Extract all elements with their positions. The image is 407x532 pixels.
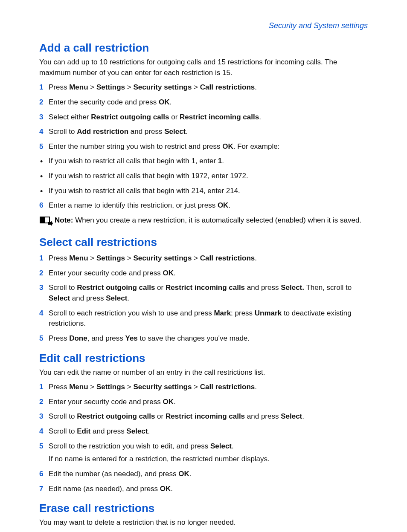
bold-text: OK [163,269,174,277]
step-text: > [192,383,200,391]
step-text: and press [245,283,281,292]
bold-text: Call restrictions [200,83,255,91]
step-text: > [125,383,133,391]
step-text: . [127,294,129,302]
step-item: 5 Press Done, and press Yes to save the … [39,333,368,344]
bold-text: Mark [214,309,231,317]
step-text: or [169,113,180,121]
note-arrow-icon [39,215,55,228]
bold-text: Security settings [133,383,192,391]
bold-text: Security settings [133,254,192,262]
step-text: . [302,412,304,420]
step-number: 6 [39,200,43,211]
step-text: . [174,398,176,406]
step-item: 2 Enter your security code and press OK. [39,268,368,279]
step-text: > [88,83,96,91]
step-number: 3 [39,112,43,123]
bullet-item: If you wish to restrict all calls that b… [39,156,368,167]
step-text: . [169,98,172,106]
step-item: 3 Scroll to Restrict outgoing calls or R… [39,283,368,304]
step-text: Scroll to [49,427,77,435]
heading-add-restriction: Add a call restriction [39,41,368,55]
bold-text: Select [281,412,302,420]
bold-text: Menu [69,254,88,262]
step-item: 4 Scroll to each restriction you wish to… [39,308,368,329]
step-text: Scroll to [49,412,77,420]
bold-text: OK [160,485,171,493]
step-text: . [255,254,257,262]
bold-text: Select [210,442,232,450]
bullet-item: If you wish to restrict all calls that b… [39,186,368,197]
step-text: and press [70,294,106,302]
bold-text: Restrict incoming calls [180,113,259,121]
step-text: Press [49,383,69,391]
step-number: 2 [39,397,43,408]
step-text: > [88,383,96,391]
step-number: 1 [39,382,43,393]
step-number: 5 [39,333,43,344]
step-text: > [125,83,133,91]
steps-add-cont: 6 Enter a name to identify this restrict… [39,200,368,211]
step-text: Scroll to the restriction you wish to ed… [49,442,210,450]
bold-text: Call restrictions [200,254,255,262]
step-text: Press [49,254,69,262]
step-item: 7 Edit name (as needed), and press OK. [39,484,368,494]
step-text: and press [90,427,126,435]
bold-text: Menu [69,83,88,91]
bullet-item: If you wish to restrict all calls that b… [39,171,368,182]
bold-text: Call restrictions [200,383,255,391]
step-text: Enter your security code and press [49,398,163,406]
step-item: 5 Scroll to the restriction you wish to … [39,441,368,465]
step-item: 3 Select either Restrict outgoing calls … [39,112,368,123]
step-text: Edit the number (as needed), and press [49,470,178,478]
note-block: Note: When you create a new restriction,… [39,215,368,228]
step-number: 2 [39,268,43,279]
bold-text: Restrict outgoing calls [77,283,155,292]
step-number: 3 [39,283,43,293]
bold-text: OK [159,98,170,106]
bold-text: 1 [218,157,222,165]
step-text: . [189,470,192,478]
bullets-add: If you wish to restrict all calls that b… [39,156,368,196]
step-text: Scroll to [49,283,77,292]
bold-text: Yes [125,334,138,342]
steps-add: 1 Press Menu > Settings > Security setti… [39,82,368,152]
step-item: 5 Enter the number string you wish to re… [39,142,368,152]
step-text: . [255,83,257,91]
step-text: Enter your security code and press [49,269,163,277]
step-text: Enter the number string you wish to rest… [49,142,222,150]
step-number: 4 [39,426,43,437]
step-subtext: If no name is entered for a restriction,… [49,454,368,465]
step-text: Enter a name to identify this restrictio… [49,201,218,209]
bold-text: Select [106,294,127,302]
svg-marker-2 [48,221,53,226]
header-breadcrumb: Security and System settings [39,21,368,30]
step-text: or [155,412,166,420]
svg-rect-1 [40,217,45,223]
heading-select-restrictions: Select call restrictions [39,236,368,249]
steps-edit: 1 Press Menu > Settings > Security setti… [39,382,368,494]
step-text: ; press [231,309,255,317]
step-number: 4 [39,127,43,137]
bold-text: OK [222,142,233,150]
bold-text: Settings [96,254,125,262]
bold-text: Settings [96,383,125,391]
steps-select: 1 Press Menu > Settings > Security setti… [39,253,368,344]
step-text: and press [128,127,164,136]
step-text: Edit name (as needed), and press [49,485,160,493]
bold-text: Settings [96,83,125,91]
intro-edit: You can edit the name or number of an en… [39,367,368,378]
bold-text: Select [164,127,186,136]
step-text: . [186,127,188,136]
step-text: > [125,254,133,262]
step-text: . [232,442,234,450]
step-text: Select either [49,113,91,121]
step-text: . [171,485,173,493]
step-number: 3 [39,411,43,422]
step-item: 1 Press Menu > Settings > Security setti… [39,82,368,93]
bold-text: OK [218,201,229,209]
bold-text: Restrict incoming calls [166,412,245,420]
bold-text: Security settings [133,83,192,91]
note-body: When you create a new restriction, it is… [73,216,361,224]
bold-text: Restrict outgoing calls [77,412,155,420]
